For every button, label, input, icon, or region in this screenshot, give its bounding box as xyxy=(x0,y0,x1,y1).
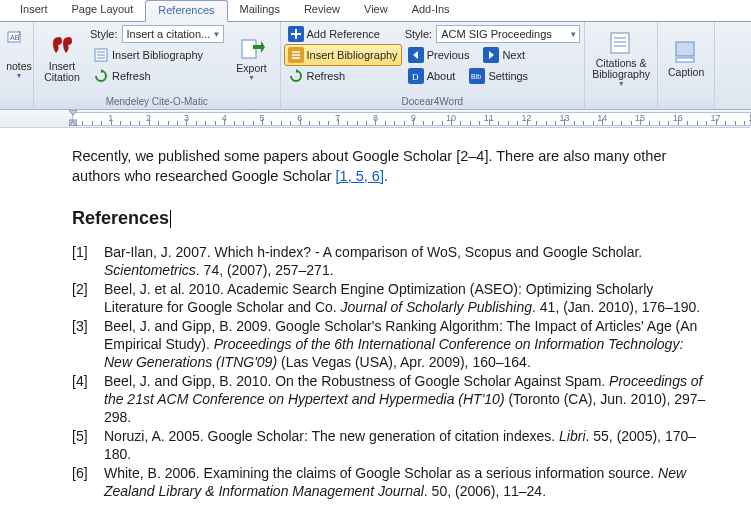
export-icon xyxy=(239,35,265,61)
export-label: Export xyxy=(236,63,266,74)
previous-button[interactable]: Previous xyxy=(405,45,473,65)
settings-button[interactable]: Bib Settings xyxy=(466,66,531,86)
group-footnotes-partial: AB1 notes ▼ xyxy=(0,22,34,109)
tab-mailings[interactable]: Mailings xyxy=(228,0,292,21)
refresh-icon xyxy=(93,68,109,84)
text-cursor xyxy=(170,210,171,228)
mendeley-insert-bib-label: Insert Bibliography xyxy=(112,49,203,61)
svg-text:1: 1 xyxy=(18,30,21,36)
previous-label: Previous xyxy=(427,49,470,61)
group-docear: Add Reference Insert Bibliography Refres… xyxy=(281,22,586,109)
tab-view[interactable]: View xyxy=(352,0,400,21)
caption-label: Caption xyxy=(668,67,704,78)
tab-insert[interactable]: Insert xyxy=(8,0,60,21)
svg-rect-24 xyxy=(676,58,694,62)
group-citations: Citations &Bibliography ▼ xyxy=(585,22,658,109)
reference-item: [5]Noruzi, A. 2005. Google Scholar: The … xyxy=(72,427,711,463)
mendeley-refresh-label: Refresh xyxy=(112,70,151,82)
footnote-ab-button[interactable]: AB1 xyxy=(4,27,34,47)
docear-style-label: Style: xyxy=(405,28,433,40)
info-icon: D xyxy=(408,68,424,84)
bibliography-icon xyxy=(93,47,109,63)
arrow-right-icon xyxy=(483,47,499,63)
list-icon xyxy=(288,47,304,63)
about-button[interactable]: D About xyxy=(405,66,459,86)
plus-icon xyxy=(288,26,304,42)
insert-citation-label: InsertCitation xyxy=(44,61,80,83)
mendeley-insert-bib-button[interactable]: Insert Bibliography xyxy=(90,45,224,65)
add-reference-label: Add Reference xyxy=(307,28,380,40)
chevron-down-icon: ▼ xyxy=(213,30,221,39)
group-label-mendeley: Mendeley Cite-O-Matic xyxy=(34,95,280,109)
export-button[interactable]: Export ▼ xyxy=(228,24,276,90)
docear-insert-bib-label: Insert Bibliography xyxy=(307,49,398,61)
ruler[interactable]: 123456789101112131415161718 xyxy=(0,110,751,128)
mendeley-refresh-button[interactable]: Refresh xyxy=(90,66,224,86)
reference-item: [6]White, B. 2006. Examining the claims … xyxy=(72,464,711,500)
svg-text:Bib: Bib xyxy=(471,73,481,80)
caption-button[interactable]: Caption xyxy=(662,24,710,90)
add-reference-button[interactable]: Add Reference xyxy=(285,24,401,44)
group-caption: Caption xyxy=(658,22,715,109)
ribbon-tabs: Insert Page Layout References Mailings R… xyxy=(0,0,751,22)
docear-style-combo[interactable]: ACM SIG Proceedings ▼ xyxy=(436,25,580,43)
citations-bib-label: Citations &Bibliography xyxy=(592,58,650,80)
docear-refresh-label: Refresh xyxy=(307,70,346,82)
margin-marker-icon[interactable] xyxy=(69,110,77,126)
caption-icon xyxy=(673,39,699,65)
reference-item: [2]Beel, J. et al. 2010. Academic Search… xyxy=(72,280,711,316)
group-label-blank xyxy=(0,95,33,109)
reference-item: [3]Beel, J. and Gipp, B. 2009. Google Sc… xyxy=(72,317,711,371)
docear-style-value: ACM SIG Proceedings xyxy=(441,28,552,40)
docear-refresh-button[interactable]: Refresh xyxy=(285,66,401,86)
footnote-icon: AB1 xyxy=(7,29,23,45)
reference-item: [1]Bar-Ilan, J. 2007. Which h-index? - A… xyxy=(72,243,711,279)
settings-icon: Bib xyxy=(469,68,485,84)
bibliography-icon xyxy=(608,30,634,56)
arrow-left-icon xyxy=(408,47,424,63)
group-label-docear: Docear4Word xyxy=(281,95,585,109)
next-button[interactable]: Next xyxy=(480,45,528,65)
insert-citation-button[interactable]: InsertCitation xyxy=(38,24,86,90)
group-label-caption xyxy=(658,95,714,109)
about-label: About xyxy=(427,70,456,82)
citations-bibliography-button[interactable]: Citations &Bibliography ▼ xyxy=(589,24,653,90)
reference-item: [4]Beel, J. and Gipp, B. 2010. On the Ro… xyxy=(72,372,711,426)
body-paragraph: Recently, we published some papers about… xyxy=(72,146,711,186)
tab-add-ins[interactable]: Add-Ins xyxy=(400,0,462,21)
refresh-icon xyxy=(288,68,304,84)
reference-list: [1]Bar-Ilan, J. 2007. Which h-index? - A… xyxy=(72,243,711,500)
svg-rect-19 xyxy=(611,33,629,53)
next-label: Next xyxy=(502,49,525,61)
citation-icon xyxy=(49,33,75,59)
tab-review[interactable]: Review xyxy=(292,0,352,21)
chevron-down-icon: ▼ xyxy=(569,30,577,39)
docear-insert-bib-button[interactable]: Insert Bibliography xyxy=(285,45,401,65)
svg-rect-23 xyxy=(676,42,694,56)
notes-button[interactable]: notes ▼ xyxy=(4,48,34,90)
settings-label: Settings xyxy=(488,70,528,82)
document-area[interactable]: Recently, we published some papers about… xyxy=(0,128,751,500)
mendeley-style-value: Insert a citation... xyxy=(127,28,211,40)
svg-text:D: D xyxy=(412,72,419,82)
references-heading: References xyxy=(72,208,171,229)
style-label: Style: xyxy=(90,28,118,40)
tab-references[interactable]: References xyxy=(145,0,227,22)
citation-link[interactable]: [1, 5, 6] xyxy=(336,168,384,184)
group-mendeley: InsertCitation Style: Insert a citation.… xyxy=(34,22,281,109)
mendeley-style-combo[interactable]: Insert a citation... ▼ xyxy=(122,25,224,43)
notes-label: notes xyxy=(6,61,32,72)
ribbon: AB1 notes ▼ InsertCitation Style xyxy=(0,22,751,110)
tab-page-layout[interactable]: Page Layout xyxy=(60,0,146,21)
group-label-citations xyxy=(585,95,657,109)
